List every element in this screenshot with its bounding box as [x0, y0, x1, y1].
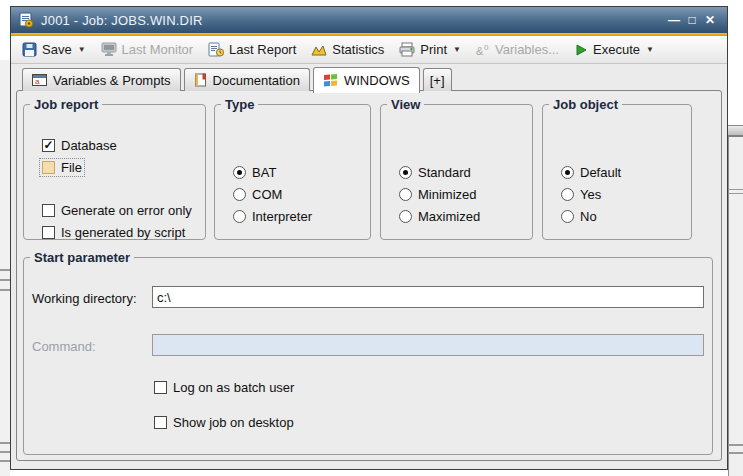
type-group-title: Type — [221, 97, 258, 112]
checkbox-box — [154, 416, 167, 429]
command-label: Command: — [32, 339, 96, 354]
radio-circle — [233, 188, 246, 201]
last-monitor-label: Last Monitor — [122, 42, 194, 57]
report-clock-icon — [208, 42, 224, 57]
titlebar[interactable]: J001 - Job: JOBS.WIN.DIR — □ ✕ — [11, 7, 727, 33]
tab-bar: a Variables & Prompts Documentation — [22, 66, 455, 91]
windows-tab-panel: Job report Database File Generate on err… — [16, 90, 722, 461]
radio-circle — [561, 210, 574, 223]
execute-button[interactable]: Execute ▼ — [574, 42, 654, 57]
checkbox-database[interactable]: Database — [42, 138, 117, 153]
statistics-label: Statistics — [332, 42, 384, 57]
radio-label: Yes — [580, 187, 601, 202]
toolbar: Save ▼ Last Monitor — [11, 36, 727, 64]
radio-label: Default — [580, 165, 621, 180]
working-directory-input[interactable] — [152, 286, 704, 308]
job-object-group-title: Job object — [549, 97, 622, 112]
checkbox-is-generated-by-script[interactable]: Is generated by script — [42, 225, 185, 240]
save-label: Save — [42, 42, 72, 57]
radio-circle — [561, 188, 574, 201]
tab-label: [+] — [430, 73, 445, 88]
radio-maximized[interactable]: Maximized — [399, 209, 480, 224]
variables-button: & 0 Variables... — [476, 42, 559, 57]
command-input — [152, 334, 704, 356]
radio-label: BAT — [252, 165, 276, 180]
printer-icon — [399, 42, 415, 57]
view-group: View Standard Minimized Maximized — [380, 97, 533, 240]
radio-com[interactable]: COM — [233, 187, 282, 202]
checkbox-label: Log on as batch user — [173, 380, 294, 395]
checkbox-box — [42, 161, 55, 174]
radio-bat[interactable]: BAT — [233, 165, 276, 180]
monitor-icon — [101, 42, 117, 57]
checkbox-box — [42, 139, 55, 152]
prompt-window-icon: a — [32, 74, 47, 86]
radio-circle — [233, 166, 246, 179]
radio-no[interactable]: No — [561, 209, 597, 224]
job-document-gear-icon — [18, 12, 34, 28]
save-floppy-icon — [22, 42, 37, 57]
background-white — [0, 0, 10, 60]
background-divider — [728, 189, 743, 194]
radio-circle — [399, 166, 412, 179]
radio-standard[interactable]: Standard — [399, 165, 471, 180]
checkbox-label: File — [61, 160, 82, 175]
checkbox-file[interactable]: File — [40, 159, 84, 176]
tab-documentation[interactable]: Documentation — [184, 68, 310, 91]
last-report-button[interactable]: Last Report — [208, 42, 296, 57]
radio-label: Minimized — [418, 187, 477, 202]
checkbox-log-on-as-batch-user[interactable]: Log on as batch user — [154, 380, 294, 395]
radio-default[interactable]: Default — [561, 165, 621, 180]
job-object-group: Job object Default Yes No — [542, 97, 692, 240]
minimize-button[interactable]: — — [665, 11, 683, 29]
checkbox-generate-on-error-only[interactable]: Generate on error only — [42, 203, 192, 218]
svg-text:&: & — [476, 45, 484, 57]
background-divider — [0, 279, 10, 281]
last-report-label: Last Report — [229, 42, 296, 57]
windows-logo-icon — [323, 74, 338, 87]
save-dropdown-caret[interactable]: ▼ — [78, 45, 86, 54]
desktop: J001 - Job: JOBS.WIN.DIR — □ ✕ Save ▼ — [0, 0, 743, 476]
execute-play-icon — [574, 43, 588, 57]
checkbox-label: Show job on desktop — [173, 415, 294, 430]
background-divider — [0, 460, 10, 462]
tab-variables-prompts[interactable]: a Variables & Prompts — [22, 68, 181, 91]
radio-label: Interpreter — [252, 209, 312, 224]
radio-label: No — [580, 209, 597, 224]
checkbox-label: Database — [61, 138, 117, 153]
background-divider — [0, 442, 10, 444]
tab-add[interactable]: [+] — [423, 68, 452, 91]
checkbox-label: Is generated by script — [61, 225, 185, 240]
radio-yes[interactable]: Yes — [561, 187, 601, 202]
print-dropdown-caret[interactable]: ▼ — [453, 45, 461, 54]
background-divider — [0, 289, 10, 291]
radio-interpreter[interactable]: Interpreter — [233, 209, 312, 224]
radio-label: COM — [252, 187, 282, 202]
execute-label: Execute — [593, 42, 640, 57]
maximize-button[interactable]: □ — [683, 11, 701, 29]
close-button[interactable]: ✕ — [701, 11, 719, 29]
statistics-button[interactable]: Statistics — [311, 42, 384, 57]
background-divider — [728, 452, 743, 454]
checkbox-box — [42, 204, 55, 217]
radio-circle — [561, 166, 574, 179]
last-monitor-button: Last Monitor — [101, 42, 194, 57]
window-title: J001 - Job: JOBS.WIN.DIR — [41, 13, 665, 28]
radio-circle — [399, 210, 412, 223]
svg-text:a: a — [35, 77, 40, 86]
execute-dropdown-caret[interactable]: ▼ — [646, 45, 654, 54]
job-report-group-title: Job report — [30, 97, 102, 112]
job-window: J001 - Job: JOBS.WIN.DIR — □ ✕ Save ▼ — [10, 6, 728, 470]
variables-label: Variables... — [495, 42, 559, 57]
print-label: Print — [420, 42, 447, 57]
radio-minimized[interactable]: Minimized — [399, 187, 477, 202]
tab-windows[interactable]: WINDOWS — [313, 67, 420, 93]
notebook-icon — [194, 73, 207, 87]
save-button[interactable]: Save ▼ — [22, 42, 86, 57]
radio-label: Standard — [418, 165, 471, 180]
checkbox-show-job-on-desktop[interactable]: Show job on desktop — [154, 415, 294, 430]
tab-label: Documentation — [213, 73, 300, 88]
print-button[interactable]: Print ▼ — [399, 42, 461, 57]
checkbox-label: Generate on error only — [61, 203, 192, 218]
background-divider — [0, 269, 10, 271]
